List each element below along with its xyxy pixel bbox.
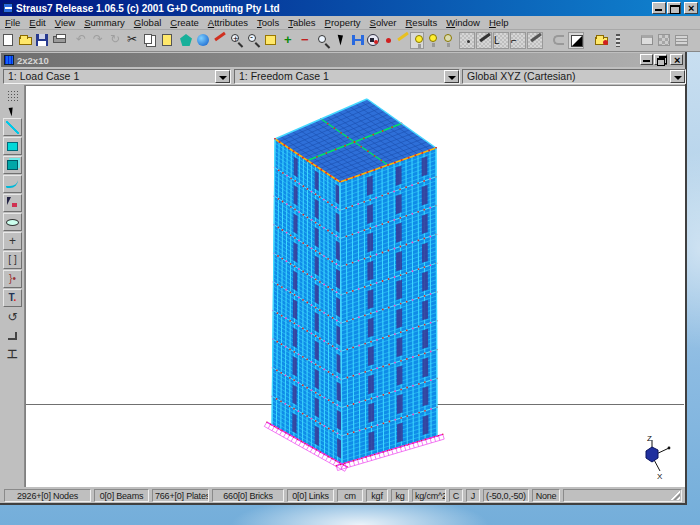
select-cursor-icon[interactable] [3,105,22,117]
select-element-icon[interactable] [3,194,22,212]
close-button[interactable] [684,2,698,14]
node-attr-icon[interactable]: }• [3,270,22,288]
red-marker-icon[interactable] [380,32,394,49]
create-beam-icon[interactable] [3,118,22,136]
menu-solver[interactable]: Solver [366,16,401,30]
menu-summary[interactable]: Summary [80,16,129,30]
menu-window[interactable]: Window [442,16,484,30]
light-on-icon[interactable] [410,32,424,49]
model-window-title: 2x2x10 [17,55,49,66]
windows-cascade-icon[interactable] [639,32,655,49]
toggle-brick-icon[interactable]: ⌐ [510,32,526,49]
resize-grip[interactable] [669,489,680,500]
toolbar: ↶ ↷ ↻ ✂ + - + − L ⌐ [0,30,700,52]
window-bars-icon[interactable] [350,32,364,49]
menu-file[interactable]: File [1,16,24,30]
freedom-case-select[interactable]: 1: Freedom Case 1 [234,69,460,84]
new-file-icon[interactable] [0,32,16,49]
app-title: Straus7 Release 1.06.5 (c) 2001 G+D Comp… [16,3,280,14]
zoom-plus-icon[interactable]: + [280,32,296,49]
toggle-beam-icon[interactable] [476,32,492,49]
zoom-minus-icon[interactable]: − [297,32,313,49]
menu-global[interactable]: Global [130,16,165,30]
dot-strip-icon[interactable] [610,32,626,49]
maximize-button[interactable] [667,2,681,14]
model-window-titlebar[interactable]: 2x2x10 [1,53,685,67]
select-brackets-icon[interactable]: [ ] [3,251,22,269]
speaker-icon[interactable] [365,32,379,49]
menu-help[interactable]: Help [485,16,513,30]
status-beams: 0[0] Beams [94,489,149,502]
menu-edit[interactable]: Edit [25,16,49,30]
open-file-icon[interactable] [17,32,33,49]
paste-icon[interactable] [159,32,175,49]
pencil-yellow-icon[interactable] [395,32,409,49]
rotate-view-icon[interactable]: ↺ [3,308,22,326]
left-toolbar: + [ ] }• T. ↺ 工 [1,85,25,487]
create-plate-icon[interactable] [3,137,22,155]
contour-icon[interactable] [551,32,567,49]
menu-property[interactable]: Property [321,16,365,30]
create-brick-icon[interactable] [3,156,22,174]
zoom-out-icon[interactable]: - [246,32,262,49]
zoom-in-icon[interactable]: + [229,32,245,49]
create-link-icon[interactable] [3,175,22,193]
scale-box-icon[interactable] [263,32,279,49]
pencil-red-icon[interactable] [212,32,228,49]
beam-section-icon[interactable]: 工 [3,346,22,364]
sphere-view-icon[interactable] [195,32,211,49]
refresh-icon[interactable]: ↻ [108,32,124,49]
menu-create[interactable]: Create [166,16,203,30]
load-case-dropdown-arrow[interactable] [215,70,230,83]
status-mode: None [532,489,560,502]
cut-icon[interactable]: ✂ [125,32,141,49]
status-unit-stress: kg/cm^2 [412,489,446,502]
status-links: 0[0] Links [287,489,334,502]
load-case-value: 1: Load Case 1 [8,70,79,82]
menu-results[interactable]: Results [401,16,441,30]
toggle-link-icon[interactable] [527,32,543,49]
undo-icon[interactable]: ↶ [74,32,90,49]
menu-tables[interactable]: Tables [284,16,319,30]
save-file-icon[interactable] [34,32,50,49]
toggle-node-icon[interactable] [459,32,475,49]
corner-zoom-icon[interactable] [3,327,22,345]
status-unit-length: cm [337,489,363,502]
copy-icon[interactable] [142,32,158,49]
text-label-icon[interactable]: T. [3,289,22,307]
svg-text:X: X [657,472,663,481]
shade-wireframe-icon[interactable] [568,32,584,49]
minimize-button[interactable] [652,2,666,14]
crosshair-icon[interactable]: + [3,232,22,250]
desktop-background: Straus7 Release 1.06.5 (c) 2001 G+D Comp… [0,0,700,525]
model-minimize-button[interactable] [640,54,653,65]
toggle-plate-icon[interactable]: L [493,32,509,49]
menu-attributes[interactable]: Attributes [204,16,252,30]
light-off-icon[interactable] [440,32,454,49]
model-restore-button[interactable] [654,54,667,65]
table-grid-icon[interactable] [673,32,689,49]
load-case-select[interactable]: 1: Load Case 1 [3,69,231,84]
status-nodes: 2926+[0] Nodes [4,489,91,502]
zoom-magnifier-icon[interactable] [314,32,330,49]
coord-system-dropdown-arrow[interactable] [670,70,685,83]
model-svg: ZX [26,86,684,503]
coord-system-select[interactable]: Global XYZ (Cartesian) [462,69,686,84]
view-eye-icon[interactable] [3,213,22,231]
status-unit-temp: C [449,489,463,502]
select-pointer-icon[interactable] [335,32,349,49]
redo-icon[interactable]: ↷ [91,32,107,49]
checker-icon[interactable] [656,32,672,49]
model-viewport[interactable]: ZX [25,85,685,487]
menu-bar: File Edit View Summary Global Create Att… [0,16,700,30]
menu-tools[interactable]: Tools [253,16,283,30]
light-half-icon[interactable] [425,32,439,49]
freedom-case-dropdown-arrow[interactable] [444,70,459,83]
snap-grid-icon[interactable] [3,86,22,104]
folder-results-icon[interactable] [593,32,609,49]
app-titlebar[interactable]: Straus7 Release 1.06.5 (c) 2001 G+D Comp… [0,0,700,16]
show-draw-icon[interactable] [178,32,194,49]
print-icon[interactable] [51,32,67,49]
menu-view[interactable]: View [51,16,79,30]
model-close-button[interactable] [670,54,683,65]
